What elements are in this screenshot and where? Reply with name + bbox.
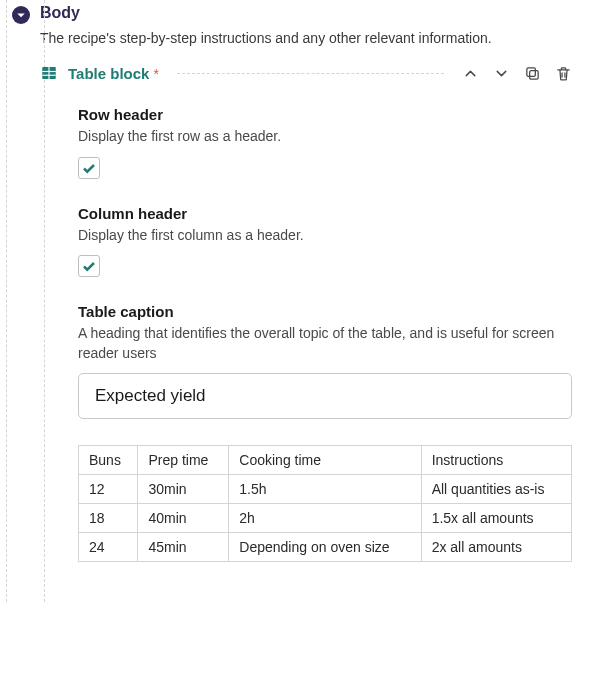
- row-header-field: Row header Display the first row as a he…: [78, 106, 572, 179]
- table-cell[interactable]: 1.5h: [229, 475, 421, 504]
- svg-rect-4: [530, 70, 539, 79]
- table-cell[interactable]: Cooking time: [229, 446, 421, 475]
- svg-rect-5: [527, 67, 536, 76]
- table-cell[interactable]: 2x all amounts: [421, 533, 571, 562]
- check-icon: [81, 258, 97, 274]
- field-description: Display the first column as a header.: [78, 226, 572, 246]
- table-caption-field: Table caption A heading that identifies …: [78, 303, 572, 419]
- table-cell[interactable]: 45min: [138, 533, 229, 562]
- table-cell[interactable]: Instructions: [421, 446, 571, 475]
- table-row: 12 30min 1.5h All quantities as-is: [79, 475, 572, 504]
- divider: [177, 73, 444, 74]
- table-cell[interactable]: 2h: [229, 504, 421, 533]
- table-row: 18 40min 2h 1.5x all amounts: [79, 504, 572, 533]
- field-description: Display the first row as a header.: [78, 127, 572, 147]
- yield-table[interactable]: Buns Prep time Cooking time Instructions…: [78, 445, 572, 562]
- table-cell[interactable]: 18: [79, 504, 138, 533]
- field-label: Row header: [78, 106, 572, 123]
- table-caption-input[interactable]: [78, 373, 572, 419]
- table-row: 24 45min Depending on oven size 2x all a…: [79, 533, 572, 562]
- table-cell[interactable]: Buns: [79, 446, 138, 475]
- table-cell[interactable]: 24: [79, 533, 138, 562]
- column-header-field: Column header Display the first column a…: [78, 205, 572, 278]
- field-description: A heading that identifies the overall to…: [78, 324, 572, 363]
- column-header-checkbox[interactable]: [78, 255, 100, 277]
- duplicate-button[interactable]: [524, 65, 541, 82]
- block-title: Table block: [68, 65, 149, 82]
- section-title: Body: [40, 4, 80, 22]
- table-icon: [40, 64, 58, 82]
- table-cell[interactable]: 30min: [138, 475, 229, 504]
- required-indicator: *: [153, 66, 158, 82]
- field-label: Column header: [78, 205, 572, 222]
- table-row: Buns Prep time Cooking time Instructions: [79, 446, 572, 475]
- delete-button[interactable]: [555, 65, 572, 82]
- check-icon: [81, 160, 97, 176]
- move-up-button[interactable]: [462, 65, 479, 82]
- section-description: The recipe's step-by-step instructions a…: [40, 30, 600, 46]
- table-cell[interactable]: Prep time: [138, 446, 229, 475]
- table-cell[interactable]: 40min: [138, 504, 229, 533]
- collapse-toggle[interactable]: [12, 6, 30, 24]
- table-cell[interactable]: 12: [79, 475, 138, 504]
- table-cell[interactable]: 1.5x all amounts: [421, 504, 571, 533]
- move-down-button[interactable]: [493, 65, 510, 82]
- table-cell[interactable]: All quantities as-is: [421, 475, 571, 504]
- chevron-down-icon: [15, 9, 27, 21]
- row-header-checkbox[interactable]: [78, 157, 100, 179]
- field-label: Table caption: [78, 303, 572, 320]
- table-cell[interactable]: Depending on oven size: [229, 533, 421, 562]
